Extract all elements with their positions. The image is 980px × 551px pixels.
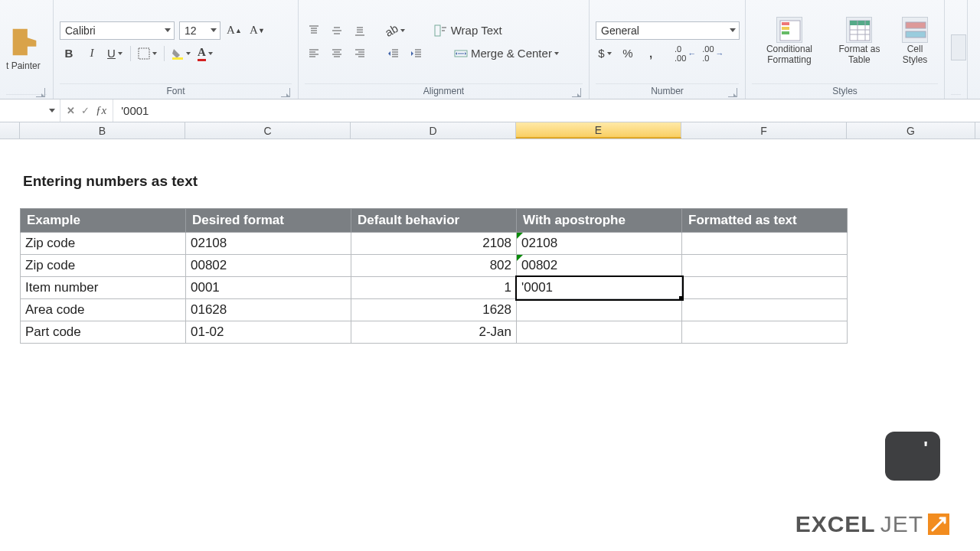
align-top-button[interactable] [305,21,323,40]
conditional-formatting-label: Conditional Formatting [756,44,822,64]
cancel-entry-icon[interactable]: ✕ [67,105,75,116]
table-row[interactable]: Area code016281628 [21,299,848,321]
cell[interactable]: Part code [21,321,186,344]
dialog-launcher-icon[interactable] [572,88,581,97]
format-as-table-button[interactable]: Format as Table [831,15,887,67]
decrease-indent-button[interactable] [384,44,403,63]
table-row[interactable]: Zip code0080280200802 [21,255,848,277]
italic-button[interactable]: I [83,44,101,63]
align-right-button[interactable] [351,44,369,63]
name-box[interactable] [0,109,60,112]
column-header-B[interactable]: B [20,122,185,139]
cell[interactable]: Area code [21,299,186,321]
svg-rect-2 [435,25,440,36]
orientation-button[interactable]: ab [384,21,406,40]
cell-styles-label: Cell Styles [897,44,933,64]
cell[interactable] [517,299,682,321]
cell[interactable] [517,321,682,344]
cell[interactable]: 02108 [517,233,682,255]
cell[interactable]: 802 [351,255,517,277]
column-header-E[interactable]: E [516,122,681,139]
percent-format-button[interactable]: % [619,44,637,63]
cell[interactable]: 1 [351,277,517,299]
font-color-button[interactable]: A [196,44,214,63]
cell[interactable] [682,255,848,277]
number-format-select[interactable]: General [596,21,740,40]
align-left-button[interactable] [305,44,323,63]
format-painter-icon[interactable] [6,24,43,60]
sheet-area[interactable]: Entering numbers as text ExampleDesired … [0,139,980,344]
font-face-select[interactable]: Calibri [60,21,175,40]
bold-button[interactable]: B [60,44,78,63]
font-size-value: 12 [185,24,197,37]
format-painter-label: t Painter [6,60,41,71]
dialog-launcher-icon[interactable] [281,88,290,97]
separator [130,46,131,61]
cell[interactable]: 01-02 [186,321,351,344]
cell[interactable]: 2-Jan [351,321,517,344]
increase-indent-button[interactable] [407,44,426,63]
column-header-G[interactable]: G [847,122,975,139]
column-header-C[interactable]: C [185,122,351,139]
cell[interactable]: 02108 [186,233,351,255]
font-group: Calibri 12 A▲ A▼ B I U [54,0,299,99]
insert-button[interactable] [951,33,966,62]
number-format-value: General [601,24,639,37]
cell[interactable] [682,321,848,344]
cell[interactable] [682,233,848,255]
cell[interactable]: 00802 [517,255,682,277]
alignment-group: ab Wrap Text Merge & Center [299,0,590,99]
comma-format-button[interactable]: , [642,44,660,63]
svg-rect-10 [906,22,926,28]
cell[interactable] [682,299,848,321]
separator [164,46,165,61]
align-middle-button[interactable] [328,21,346,40]
cell[interactable]: Zip code [21,233,186,255]
cell[interactable]: 00802 [186,255,351,277]
table-row[interactable]: Part code01-022-Jan [21,321,848,344]
cell[interactable]: 0001 [186,277,351,299]
confirm-entry-icon[interactable]: ✓ [81,105,90,116]
increase-decimal-button[interactable]: .0.00← [674,44,697,63]
select-all-corner[interactable] [0,122,20,139]
accounting-format-button[interactable]: $ [596,44,614,63]
formula-input[interactable]: '0001 [113,104,980,117]
borders-button[interactable] [137,44,158,63]
table-row[interactable]: Item number00011'0001 [21,277,848,299]
font-size-select[interactable]: 12 [179,21,220,40]
page-title: Entering numbers as text [23,173,980,190]
dialog-launcher-icon[interactable] [36,88,45,97]
svg-rect-6 [782,27,789,30]
table-header: Desired format [186,209,351,233]
conditional-formatting-button[interactable]: Conditional Formatting [752,15,827,67]
table-row[interactable]: Zip code02108210802108 [21,233,848,255]
shrink-font-button[interactable]: A▼ [248,21,266,40]
merge-center-button[interactable]: Merge & Center [450,44,563,63]
keypress-overlay: ' [885,432,940,481]
wrap-text-button[interactable]: Wrap Text [430,21,506,40]
cell[interactable]: '0001 [517,277,682,299]
cell[interactable] [682,277,848,299]
format-as-table-label: Format as Table [836,44,883,64]
dialog-launcher-icon[interactable] [728,88,737,97]
underline-button[interactable]: U [106,44,124,63]
column-header-D[interactable]: D [351,122,516,139]
align-bottom-button[interactable] [351,21,369,40]
cell[interactable]: Zip code [21,255,186,277]
align-center-button[interactable] [328,44,346,63]
table-header: Default behavior [351,209,517,233]
cell[interactable]: Item number [21,277,186,299]
logo-icon [928,514,949,535]
cells-group-edge [945,0,968,99]
column-header-F[interactable]: F [681,122,847,139]
fill-color-button[interactable] [171,44,191,63]
cell[interactable]: 1628 [351,299,517,321]
grow-font-button[interactable]: A▲ [225,21,243,40]
cell[interactable]: 2108 [351,233,517,255]
cell[interactable]: 01628 [186,299,351,321]
decrease-decimal-button[interactable]: .00.0→ [701,44,724,63]
cell-styles-button[interactable]: Cell Styles [892,15,938,67]
fx-icon[interactable]: ƒx [96,104,106,117]
table-header: With apostrophe [517,209,682,233]
clipboard-group: t Painter [0,0,54,99]
